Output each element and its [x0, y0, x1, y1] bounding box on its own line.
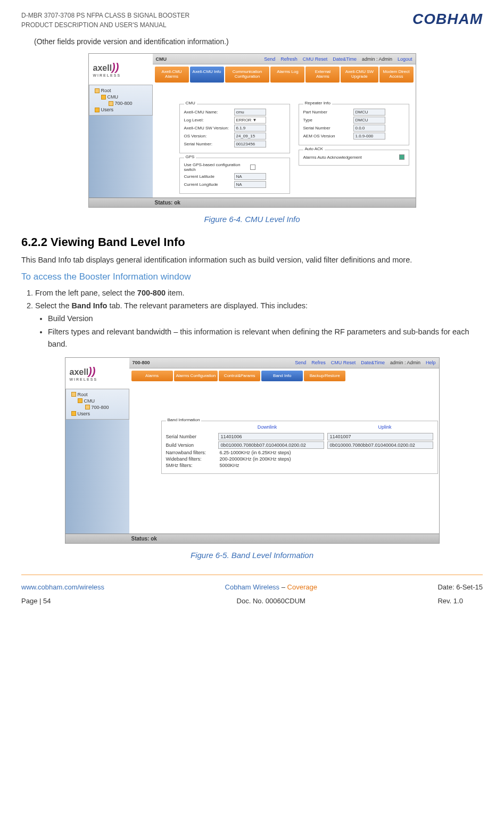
folder-icon: [71, 392, 76, 397]
cmu-reset-link[interactable]: CMU Reset: [331, 360, 356, 365]
downlink-header: Downlink: [219, 424, 316, 430]
gps-fieldset: GPS Use GPS-based configuration switch C…: [179, 158, 290, 194]
type-label: Type: [303, 118, 351, 122]
cmu-fieldset: CMU Axell-CMU Name:cmu Log Level:ERROR ▼…: [179, 104, 290, 153]
tab-bar: Axell-CMU Alarms Axell-CMU Info Communic…: [153, 64, 416, 85]
step-2: Select the Band Info tab. The relevant p…: [35, 299, 483, 313]
header-title: D-MBR 3707-3708 PS NFPA CLASS B SIGNAL B…: [21, 11, 189, 30]
folder-icon: [78, 398, 82, 403]
5mhz-value: 5000KHz: [220, 463, 239, 468]
logout-link[interactable]: Logout: [398, 56, 412, 62]
part-number-label: Part Number: [303, 110, 351, 114]
tab-cmu-info[interactable]: Axell-CMU Info: [190, 67, 224, 83]
folder-icon: [95, 88, 100, 93]
tab-sw-upgrade[interactable]: Axell-CMU SW Upgrade: [341, 67, 378, 83]
tree-cmu[interactable]: CMU: [68, 398, 127, 404]
folder-icon: [71, 411, 76, 416]
document-header: D-MBR 3707-3708 PS NFPA CLASS B SIGNAL B…: [21, 11, 483, 30]
part-number-value: DMCU: [353, 109, 385, 116]
help-link[interactable]: Help: [426, 360, 436, 365]
bullet-2: Filters types and relevant bandwidth – t…: [48, 326, 483, 350]
autoack-label: Alarms Auto Acknowledgement: [303, 155, 383, 160]
narrowband-label: Narrowband filters:: [166, 450, 217, 455]
tree-band[interactable]: 700-800: [92, 100, 150, 106]
topbar-title: 700-800: [133, 360, 150, 365]
cmu-name-label: Axell-CMU Name:: [184, 110, 232, 114]
nav-tree: Root CMU 700-800 Users: [89, 85, 153, 116]
tab-alarms-config[interactable]: Alarms Configuration: [174, 371, 218, 382]
figure-caption: Figure 6-5. Band Level Information: [21, 551, 483, 560]
band-info-fieldset: Band Information Downlink Uplink Serial …: [161, 421, 438, 474]
tab-alarms[interactable]: Axell-CMU Alarms: [155, 67, 189, 83]
admin-label: admin : Admin: [362, 56, 392, 62]
folder-icon: [101, 95, 106, 100]
tab-external-alarms[interactable]: External Alarms: [305, 67, 340, 83]
narrowband-value: 6.25-1000KHz (in 6.25KHz steps): [220, 450, 291, 455]
tree-band[interactable]: 700-800: [68, 404, 127, 411]
datetime-link[interactable]: Date&Time: [333, 56, 357, 62]
folder-icon: [109, 101, 113, 106]
gps-checkbox[interactable]: [250, 165, 255, 170]
tree-users[interactable]: Users: [92, 106, 150, 113]
datetime-link[interactable]: Date&Time: [361, 360, 385, 365]
folder-icon: [95, 108, 100, 112]
tab-band-info[interactable]: Band Info: [261, 371, 303, 382]
send-link[interactable]: Send: [264, 56, 275, 62]
build-version-label: Build Version: [166, 442, 215, 448]
os-version-label: OS Version:: [184, 134, 232, 138]
autoack-checkbox[interactable]: [399, 154, 404, 160]
tab-control-params[interactable]: Control&Params: [219, 371, 260, 382]
latitude-value: NA: [234, 173, 266, 180]
header-line1: D-MBR 3707-3708 PS NFPA CLASS B SIGNAL B…: [21, 11, 189, 20]
log-level-select[interactable]: ERROR ▼: [234, 117, 266, 124]
gps-switch-label: Use GPS-based configuration switch: [184, 162, 248, 172]
tab-alarms-log[interactable]: Alarms Log: [270, 67, 304, 83]
sw-version-value: 6.1.9: [234, 125, 266, 132]
autoack-fieldset: Auto ACK Alarms Auto Acknowledgement: [299, 150, 409, 166]
tab-bar: Alarms Alarms Configuration Control&Para…: [129, 368, 348, 384]
admin-label: admin : Admin: [390, 360, 420, 365]
cmu-reset-link[interactable]: CMU Reset: [303, 56, 328, 62]
tree-root[interactable]: Root: [92, 87, 150, 94]
axell-logo: axell))WIRELESS: [70, 365, 98, 381]
serial-number-value: 00123456: [234, 141, 266, 147]
subheading: To access the Booster Information window: [21, 272, 483, 282]
send-link[interactable]: Send: [295, 360, 306, 365]
screenshot-band-info: axell))WIRELESS Root CMU 700-800 Users 7…: [65, 357, 440, 544]
footer-date: Date: 6-Set-15: [437, 580, 483, 594]
serial-dl: 11401006: [218, 433, 324, 440]
step-1: From the left pane, select the 700-800 i…: [35, 286, 483, 300]
tab-alarms[interactable]: Alarms: [131, 371, 173, 382]
intro-note: (Other fields provide version and identi…: [34, 37, 483, 46]
paragraph: This Band Info tab displays general iden…: [21, 255, 483, 266]
bullet-list: Build Version Filters types and relevant…: [48, 313, 483, 351]
cmu-name-field[interactable]: cmu: [234, 109, 266, 116]
tab-modem-access[interactable]: Modem Direct Access: [379, 67, 414, 83]
header-line2: PRODUCT DESCRIPTION AND USER'S MANUAL: [21, 20, 189, 30]
steps-list: From the left pane, select the 700-800 i…: [35, 286, 483, 313]
uplink-header: Uplink: [337, 424, 433, 430]
topbar: CMU Send Refresh CMU Reset Date&Time adm…: [153, 54, 416, 64]
document-footer: www.cobham.com/wireless Page | 54 Cobham…: [21, 575, 483, 608]
footer-url[interactable]: www.cobham.com/wireless: [21, 583, 104, 591]
footer-rev: Rev. 1.0: [437, 594, 483, 608]
wideband-label: Wideband filters:: [166, 456, 217, 462]
screenshot-cmu-info: axell))WIRELESS Root CMU 700-800 Users C…: [88, 53, 416, 208]
os-version-value: 24_09_15: [234, 133, 266, 140]
tree-cmu[interactable]: CMU: [92, 94, 150, 100]
nav-tree: Root CMU 700-800 Users: [65, 389, 129, 420]
build-ul: 0b010000.7080bb07.01040004.0200.02: [327, 441, 433, 449]
serial-ul: 11401007: [327, 433, 433, 440]
5mhz-label: 5MHz filters:: [166, 463, 217, 468]
serial-number-label: Serial Number:: [184, 142, 232, 146]
tree-root[interactable]: Root: [68, 391, 127, 398]
tree-users[interactable]: Users: [68, 411, 127, 417]
aem-os-value: 1.0.9-000: [353, 133, 385, 140]
figure-caption: Figure 6-4. CMU Level Info: [21, 215, 483, 224]
tab-backup-restore[interactable]: Backup/Restore: [304, 371, 345, 382]
topbar-title: CMU: [156, 56, 167, 62]
tab-comm-config[interactable]: Communication Configuration: [225, 67, 270, 83]
refresh-link[interactable]: Refres: [311, 360, 326, 365]
section-heading: 6.2.2 Viewing Band Level Info: [21, 235, 483, 249]
refresh-link[interactable]: Refresh: [280, 56, 298, 62]
